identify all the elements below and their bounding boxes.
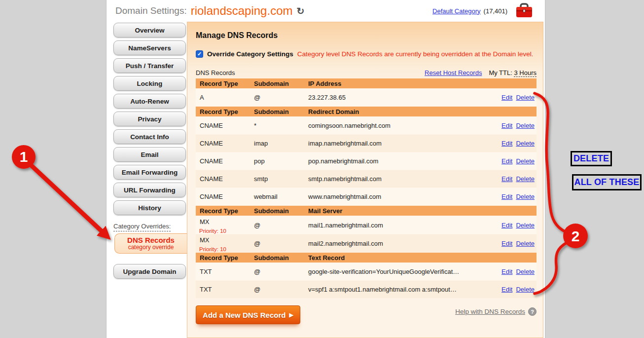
edit-link[interactable]: Edit	[501, 157, 512, 165]
sidebar-item-email[interactable]: Email	[113, 147, 186, 162]
subdomain-cell: webmail	[250, 191, 304, 202]
table-row: A@23.227.38.65EditDelete	[196, 89, 537, 106]
delete-link[interactable]: Delete	[516, 94, 535, 101]
subdomain-cell: @	[250, 220, 304, 231]
delete-link[interactable]: Delete	[516, 140, 535, 147]
record-type-cell: TXT	[196, 266, 250, 277]
subdomain-cell: @	[250, 284, 304, 295]
record-type: A	[196, 92, 250, 103]
edit-link[interactable]: Edit	[501, 122, 512, 129]
record-type: MX	[196, 234, 250, 246]
row-actions-cell: EditDelete	[489, 157, 537, 165]
table-row: MXPriority: 10@mail1.namebrightmail.comE…	[196, 216, 537, 234]
delete-link[interactable]: Delete	[516, 286, 535, 293]
sidebar-item-dns-records-override[interactable]: DNS Records category override	[114, 233, 187, 254]
sidebar-item-url-forwarding[interactable]: URL Forwarding	[113, 183, 186, 197]
delete-link[interactable]: Delete	[516, 222, 535, 229]
default-category-count: (17,401)	[484, 7, 507, 15]
table-row: CNAME*comingsoon.namebright.comEditDelet…	[196, 117, 537, 134]
record-type-cell: CNAME	[196, 138, 250, 149]
all-of-these-annotation-box: ALL OF THESE	[572, 174, 642, 190]
record-value-cell: google-site-verification=YourUniqueGoogl…	[304, 266, 489, 277]
edit-link[interactable]: Edit	[501, 286, 512, 293]
record-value-cell: smtp.namebrightmail.com	[304, 173, 489, 185]
sidebar-item-push-transfer[interactable]: Push / Transfer	[113, 58, 186, 73]
category-overrides-label: Category Overrides:	[113, 223, 171, 231]
edit-link[interactable]: Edit	[501, 193, 512, 200]
sidebar-item-auto-renew[interactable]: Auto-Renew	[113, 94, 186, 109]
edit-link[interactable]: Edit	[501, 268, 512, 275]
column-header: Subdomain	[250, 207, 304, 215]
table-row: CNAMEwebmailwww.namebrightmail.comEditDe…	[196, 188, 537, 205]
sidebar-item-locking[interactable]: Locking	[113, 76, 186, 91]
record-type-cell: CNAME	[196, 191, 250, 202]
subdomain-cell: *	[250, 120, 304, 131]
add-dns-record-button[interactable]: Add a New DNS Record ▶	[196, 305, 300, 324]
screen: Domain Settings: riolandscaping.com ↻ De…	[0, 0, 644, 338]
column-header: Subdomain	[250, 80, 304, 87]
sidebar-item-overview[interactable]: Overview	[113, 23, 186, 38]
panel-title: Manage DNS Records	[196, 31, 537, 40]
delete-link[interactable]: Delete	[516, 240, 535, 247]
row-actions-cell: EditDelete	[489, 193, 537, 200]
sidebar-item-email-forwarding[interactable]: Email Forwarding	[113, 165, 186, 180]
table-section-header: Record TypeSubdomainIP Address	[196, 78, 537, 88]
edit-link[interactable]: Edit	[501, 140, 512, 147]
help-question-icon[interactable]: ?	[528, 307, 537, 316]
default-category-link[interactable]: Default Category	[432, 7, 481, 15]
row-actions-cell: EditDelete	[489, 240, 537, 247]
table-row: CNAMEpoppop.namebrightmail.comEditDelete	[196, 152, 537, 170]
record-value-cell: www.namebrightmail.com	[304, 191, 489, 202]
delete-link[interactable]: Delete	[516, 157, 535, 165]
record-type: MX	[196, 216, 250, 227]
record-type-cell: CNAME	[196, 173, 250, 185]
column-header: Text Record	[304, 254, 489, 262]
delete-link[interactable]: Delete	[516, 193, 535, 200]
record-value-cell: v=spf1 a:smtpout1.namebrightmail.com a:s…	[304, 284, 489, 295]
column-header: Record Type	[196, 207, 250, 215]
reset-host-records-link[interactable]: Reset Host Records	[425, 69, 482, 76]
record-value-cell: mail1.namebrightmail.com	[304, 220, 489, 231]
record-type-cell: MXPriority: 10	[196, 234, 250, 252]
record-type-cell: TXT	[196, 284, 250, 295]
delete-link[interactable]: Delete	[516, 122, 535, 129]
delete-link[interactable]: Delete	[516, 175, 535, 183]
refresh-icon[interactable]: ↻	[296, 5, 304, 17]
ttl-value-link[interactable]: 3 Hours	[514, 69, 537, 77]
toolbox-icon[interactable]	[515, 3, 533, 19]
row-actions-cell: EditDelete	[489, 94, 537, 101]
edit-link[interactable]: Edit	[501, 94, 512, 101]
sidebar-item-upgrade-domain[interactable]: Upgrade Domain	[113, 264, 186, 279]
edit-link[interactable]: Edit	[501, 175, 512, 183]
record-type: CNAME	[196, 173, 250, 185]
domain-name: riolandscaping.com	[191, 4, 293, 18]
column-header: Record Type	[196, 254, 250, 262]
callout-1-badge	[12, 145, 36, 169]
help-dns-records-link[interactable]: Help with DNS Records	[455, 308, 525, 315]
record-type: TXT	[196, 266, 250, 277]
sidebar-item-history[interactable]: History	[113, 200, 186, 215]
dns-records-override-label: DNS Records	[115, 236, 187, 244]
column-header: Subdomain	[250, 108, 304, 115]
table-row: TXT@v=spf1 a:smtpout1.namebrightmail.com…	[196, 281, 537, 298]
edit-link[interactable]: Edit	[501, 222, 512, 229]
delete-link[interactable]: Delete	[516, 268, 535, 275]
override-checkbox-label: Override Category Settings	[207, 50, 293, 58]
subdomain-cell: smtp	[250, 173, 304, 185]
edit-link[interactable]: Edit	[501, 240, 512, 247]
callout-2-number: 2	[572, 228, 580, 244]
sidebar-buttons: OverviewNameServersPush / TransferLockin…	[113, 23, 186, 215]
row-actions-cell: EditDelete	[489, 268, 537, 275]
record-value-cell: pop.namebrightmail.com	[304, 155, 489, 167]
sidebar-item-contact-info[interactable]: Contact Info	[113, 129, 186, 144]
record-type-cell: CNAME	[196, 155, 250, 167]
record-value-cell: 23.227.38.65	[304, 92, 489, 103]
record-value-cell: comingsoon.namebright.com	[304, 120, 489, 131]
sidebar-item-privacy[interactable]: Privacy	[113, 112, 186, 126]
column-header: Record Type	[196, 108, 250, 115]
subdomain-cell: imap	[250, 138, 304, 149]
row-actions-cell: EditDelete	[489, 140, 537, 147]
sidebar-item-nameservers[interactable]: NameServers	[113, 40, 186, 55]
override-category-checkbox[interactable]: ✓	[196, 50, 203, 58]
row-actions-cell: EditDelete	[489, 286, 537, 293]
